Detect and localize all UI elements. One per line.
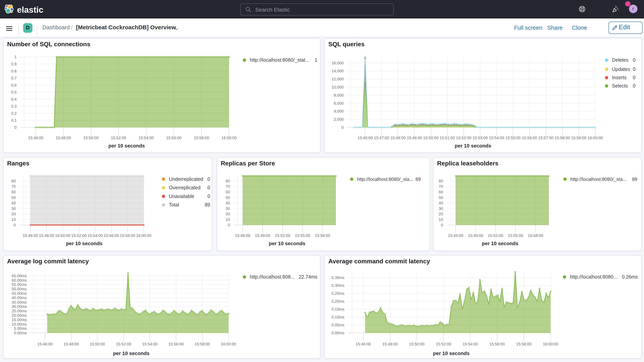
svg-text:16:00:00: 16:00:00 [221,342,236,346]
svg-text:16:00:00: 16:00:00 [588,136,603,140]
svg-text:55.00ms: 55.00ms [12,282,26,286]
svg-text:12,000: 12,000 [332,77,344,81]
svg-text:per 10 seconds: per 10 seconds [108,143,145,148]
svg-text:15:54:00: 15:54:00 [139,136,154,140]
svg-text:22.74ms: 22.74ms [299,274,317,279]
svg-text:0.1: 0.1 [11,118,16,122]
svg-text:70: 70 [12,184,16,188]
svg-text:15:58:00: 15:58:00 [555,136,570,140]
svg-text:15:48:00: 15:48:00 [382,342,398,346]
svg-text:14,000: 14,000 [332,69,344,73]
svg-text:0: 0 [633,57,636,63]
svg-text:15:58:00: 15:58:00 [195,342,210,346]
svg-text:Replicas per Store: Replicas per Store [221,160,275,166]
svg-text:10: 10 [12,217,16,222]
svg-text:15:53:00: 15:53:00 [472,136,488,140]
svg-text:30: 30 [439,206,443,210]
svg-text:15:52:00: 15:52:00 [488,233,503,238]
svg-text:40.00ms: 40.00ms [12,296,26,300]
svg-text:0.00ms: 0.00ms [14,330,27,335]
svg-text:0.9: 0.9 [11,62,16,66]
svg-text:15:46:00: 15:46:00 [23,233,38,238]
svg-text:0: 0 [342,125,344,130]
svg-text:15:55:00: 15:55:00 [295,233,310,238]
svg-text:per 10 seconds: per 10 seconds [455,143,491,148]
svg-text:15:56:00: 15:56:00 [522,136,537,140]
svg-text:15:52:00: 15:52:00 [436,342,451,346]
svg-text:50.00ms: 50.00ms [12,287,26,291]
svg-text:15:52:00: 15:52:00 [275,233,290,238]
svg-text:15:56:00: 15:56:00 [166,136,182,140]
svg-text:0: 0 [208,185,210,190]
svg-text:16:00:00: 16:00:00 [136,233,151,238]
svg-text:16,000: 16,000 [332,61,344,65]
svg-text:0: 0 [208,176,210,182]
svg-text:Overreplicated: Overreplicated [169,185,200,190]
svg-text:0: 0 [14,125,16,130]
svg-text:15:51:00: 15:51:00 [440,136,455,140]
svg-text:per 10 seconds: per 10 seconds [269,240,305,246]
svg-text:15:58:00: 15:58:00 [516,342,532,346]
svg-text:per 10 seconds: per 10 seconds [66,240,102,246]
svg-text:10.00ms: 10.00ms [12,322,26,326]
svg-text:Unavailable: Unavailable [169,193,194,199]
svg-text:per 10 seconds: per 10 seconds [113,350,150,356]
svg-text:35.00ms: 35.00ms [12,300,26,304]
svg-text:15.00ms: 15.00ms [12,318,26,322]
svg-text:15:48:00: 15:48:00 [56,136,71,140]
svg-text:8,000: 8,000 [334,93,344,97]
svg-text:0.15ms: 0.15ms [332,307,344,311]
svg-text:10: 10 [226,217,230,222]
svg-text:80: 80 [226,179,230,183]
svg-text:60: 60 [226,190,230,194]
svg-text:40: 40 [439,201,443,205]
svg-text:30.00ms: 30.00ms [12,304,26,308]
svg-text:Average log commit latency: Average log commit latency [7,258,89,264]
svg-text:15:50:00: 15:50:00 [409,342,424,346]
svg-text:20: 20 [439,212,443,216]
svg-text:0: 0 [14,223,16,227]
svg-text:0.26ms: 0.26ms [622,274,638,279]
svg-text:15:54:00: 15:54:00 [463,342,478,346]
svg-text:16:00:00: 16:00:00 [221,136,236,140]
svg-text:30: 30 [12,206,16,210]
svg-text:10: 10 [439,217,443,222]
svg-text:0.7: 0.7 [11,76,16,80]
svg-text:20: 20 [12,212,16,216]
svg-text:Deletes: Deletes [612,57,628,63]
svg-text:15:56:00: 15:56:00 [168,342,184,346]
svg-text:15:52:00: 15:52:00 [71,233,86,238]
svg-text:0.25ms: 0.25ms [332,291,344,295]
svg-text:15:50:00: 15:50:00 [423,136,438,140]
svg-text:15:56:00: 15:56:00 [489,342,504,346]
svg-text:15:47:00: 15:47:00 [374,136,389,140]
svg-text:30: 30 [226,206,230,210]
svg-text:80: 80 [439,179,443,183]
svg-text:40: 40 [12,201,16,205]
svg-text:Inserts: Inserts [612,75,627,80]
svg-text:15:58:00: 15:58:00 [120,233,135,238]
svg-text:15:46:00: 15:46:00 [28,136,44,140]
svg-text:50: 50 [12,195,16,200]
svg-text:15:46:00: 15:46:00 [448,233,463,238]
svg-text:89: 89 [632,176,637,182]
svg-text:15:59:00: 15:59:00 [571,136,586,140]
svg-text:80: 80 [12,179,16,183]
svg-text:15:54:00: 15:54:00 [142,342,158,346]
svg-text:15:49:00: 15:49:00 [255,233,270,238]
svg-text:Number of SQL connections: Number of SQL connections [7,41,90,48]
svg-text:15:49:00: 15:49:00 [407,136,422,140]
svg-text:0: 0 [633,66,636,72]
svg-text:15:46:00: 15:46:00 [358,136,373,140]
svg-text:40: 40 [226,201,230,205]
svg-text:15:52:00: 15:52:00 [116,342,131,346]
svg-text:0: 0 [228,223,230,227]
svg-text:15:46:00: 15:46:00 [356,342,371,346]
svg-text:70: 70 [226,184,230,188]
svg-text:15:50:00: 15:50:00 [83,136,98,140]
svg-text:60: 60 [12,190,16,194]
svg-text:50: 50 [439,195,443,200]
svg-text:65.00ms: 65.00ms [12,274,26,278]
svg-text:15:56:00: 15:56:00 [104,233,119,238]
svg-text:0: 0 [633,75,636,80]
